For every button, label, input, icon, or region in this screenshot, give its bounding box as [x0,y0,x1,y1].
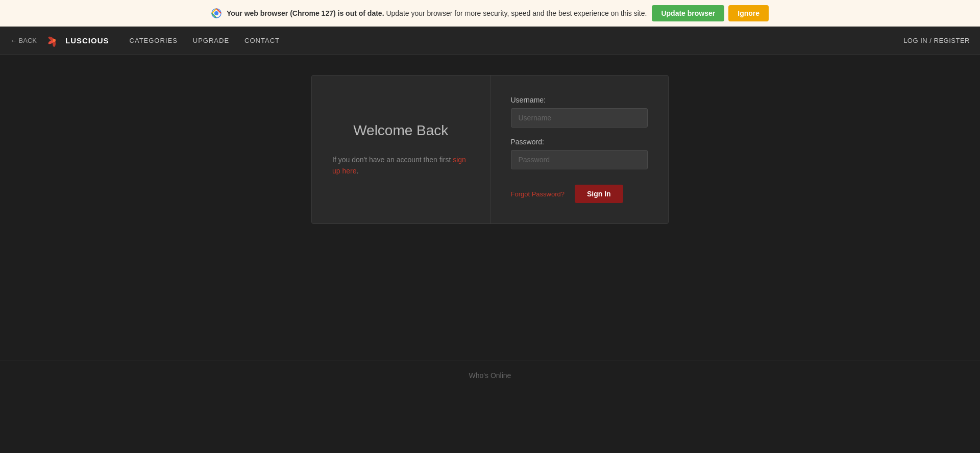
navbar: ← BACK LUSCIOUS CATEGORIES UPGRADE CONTA… [0,27,980,55]
login-left-panel: Welcome Back If you don't have an accoun… [312,76,491,223]
login-register-link[interactable]: LOG IN / REGISTER [903,37,970,44]
forgot-password-link[interactable]: Forgot Password? [511,190,565,198]
username-label: Username: [511,96,648,104]
logo-link[interactable]: LUSCIOUS [47,33,109,47]
logo-text: LUSCIOUS [65,36,109,45]
password-input[interactable] [511,150,648,169]
signup-text: If you don't have an account then first … [332,154,470,177]
login-right-panel: Username: Password: Forgot Password? Sig… [491,76,669,223]
nav-upgrade[interactable]: UPGRADE [193,37,229,44]
nav-contact[interactable]: CONTACT [244,37,280,44]
back-link[interactable]: ← BACK [10,37,37,44]
svg-point-1 [214,11,218,15]
browser-update-banner: Your web browser (Chrome 127) is out of … [0,0,980,27]
login-card: Welcome Back If you don't have an accoun… [311,75,669,224]
update-browser-button[interactable]: Update browser [652,5,724,21]
welcome-title: Welcome Back [332,122,470,139]
username-input[interactable] [511,108,648,128]
signin-button[interactable]: Sign In [575,185,623,203]
svg-point-5 [53,39,56,42]
form-actions: Forgot Password? Sign In [511,185,648,203]
username-group: Username: [511,96,648,128]
footer-who-online: Who's Online [0,361,980,390]
password-group: Password: [511,138,648,169]
main-content: Welcome Back If you don't have an accoun… [0,55,980,350]
password-label: Password: [511,138,648,146]
chrome-icon [211,8,222,18]
ignore-button[interactable]: Ignore [728,5,769,21]
nav-categories[interactable]: CATEGORIES [130,37,178,44]
banner-message: Your web browser (Chrome 127) is out of … [227,9,647,17]
